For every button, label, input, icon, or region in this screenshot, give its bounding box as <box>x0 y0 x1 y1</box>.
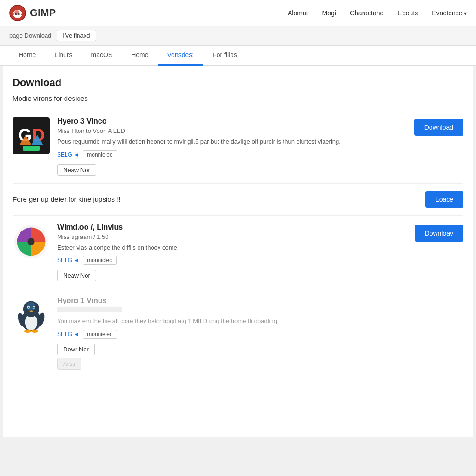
gimp-logo-icon: DOG <box>9 5 26 21</box>
product-desc-2: Esteer vias a conge the difflis on thooy… <box>57 243 407 252</box>
product-desc-3: You may ern the Ise alll core they belor… <box>57 317 463 326</box>
tab-home-2[interactable]: Home <box>122 46 158 66</box>
breadcrumb: page Download <box>9 32 51 39</box>
product-logo-1: G D <box>13 117 50 154</box>
header: DOG GIMP Alomut Mogi Charactand L'couts … <box>0 0 476 26</box>
banner-button[interactable]: Loace <box>425 191 463 208</box>
logo[interactable]: DOG GIMP <box>9 5 56 21</box>
penguin-logo-icon <box>13 298 49 333</box>
tab-vensdes[interactable]: Vensdes: <box>158 46 204 66</box>
svg-text:DOG: DOG <box>13 12 22 16</box>
svg-point-11 <box>27 238 34 245</box>
product-logo-3 <box>13 297 50 334</box>
product-action-link-3[interactable]: Dewr Nor <box>57 344 95 355</box>
svg-point-24 <box>27 302 36 311</box>
product-subtitle-3 <box>57 307 122 312</box>
main-nav: Alomut Mogi Charactand L'couts Evactence <box>288 9 467 17</box>
nav-alomut[interactable]: Alomut <box>288 9 308 17</box>
nav-mogi[interactable]: Mogi <box>322 9 336 17</box>
tab-macos[interactable]: macOS <box>82 46 122 66</box>
tab-home-1[interactable]: Home <box>9 46 45 66</box>
product-action-link-2[interactable]: Neaw Nor <box>57 270 96 281</box>
logo-text: GIMP <box>30 7 56 19</box>
tabs-bar: Home Linurs macOS Home Vensdes: For fill… <box>0 46 476 66</box>
product-tag-link-1[interactable]: SELG ◄ <box>57 152 79 158</box>
product-name-2: Wimd.oo /, Linvius <box>57 223 407 231</box>
main-content: Download Modie virons for desices G D Hy… <box>3 66 473 437</box>
product-subtitle-1: Miss f ltoir to Voon A LED <box>57 127 407 134</box>
gd-logo-icon: G D <box>13 117 50 154</box>
product-card-1: G D Hyero 3 Vinco Miss f ltoir to Voon A… <box>13 110 463 184</box>
nav-charactand[interactable]: Charactand <box>350 9 383 17</box>
section-subtitle: Modie virons for desices <box>13 94 463 102</box>
product-tag-badge-2: monnicled <box>83 256 117 265</box>
pinwheel-logo-icon <box>13 224 49 259</box>
product-tag-link-3[interactable]: SELG ◄ <box>57 331 79 337</box>
product-download-btn-2[interactable]: Downloav <box>415 225 463 242</box>
product-logo-2 <box>13 223 50 260</box>
product-subtitle-2: Miss ugraam / 1.50 <box>57 233 407 240</box>
banner-text: Fore ger up deter for kine jupsios !! <box>13 195 121 203</box>
product-desc-1: Pous reguumde mally willl detien heoner … <box>57 137 407 146</box>
svg-point-22 <box>24 329 31 333</box>
svg-rect-9 <box>23 146 40 151</box>
product-name-1: Hyero 3 Vinco <box>57 117 407 126</box>
tab-for-fillas[interactable]: For fillas <box>203 46 246 66</box>
product-download-btn-1[interactable]: Download <box>414 119 463 136</box>
product-tag-badge-1: monnieled <box>83 150 117 159</box>
product-tag-badge-3: monnieled <box>83 330 117 339</box>
product-secondary-btn-3: Arss <box>57 358 81 370</box>
product-info-2: Wimd.oo /, Linvius Miss ugraam / 1.50 Es… <box>57 223 407 282</box>
product-tags-2: SELG ◄ monnicled <box>57 256 407 265</box>
product-action-link-1[interactable]: Neaw Nor <box>57 164 96 176</box>
nav-evactence[interactable]: Evactence <box>432 9 467 17</box>
finaxd-button[interactable]: I've finaxd <box>57 30 96 41</box>
breadcrumb-bar: page Download I've finaxd <box>0 26 476 46</box>
product-card-2: Wimd.oo /, Linvius Miss ugraam / 1.50 Es… <box>13 216 463 290</box>
product-tags-1: SELG ◄ monnieled <box>57 150 407 159</box>
product-tag-link-2[interactable]: SELG ◄ <box>57 257 79 264</box>
product-card-3: Hyero 1 Vinus You may ern the Ise alll c… <box>13 289 463 377</box>
banner-row: Fore ger up deter for kine jupsios !! Lo… <box>13 184 463 216</box>
product-info-1: Hyero 3 Vinco Miss f ltoir to Voon A LED… <box>57 117 407 176</box>
tab-linurs[interactable]: Linurs <box>45 46 81 66</box>
product-name-3: Hyero 1 Vinus <box>57 297 463 305</box>
svg-point-23 <box>31 329 38 333</box>
page-title: Download <box>13 77 463 89</box>
product-tags-3: SELG ◄ monnieled <box>57 330 463 339</box>
nav-lcouts[interactable]: L'couts <box>397 9 418 17</box>
product-info-3: Hyero 1 Vinus You may ern the Ise alll c… <box>57 297 463 370</box>
